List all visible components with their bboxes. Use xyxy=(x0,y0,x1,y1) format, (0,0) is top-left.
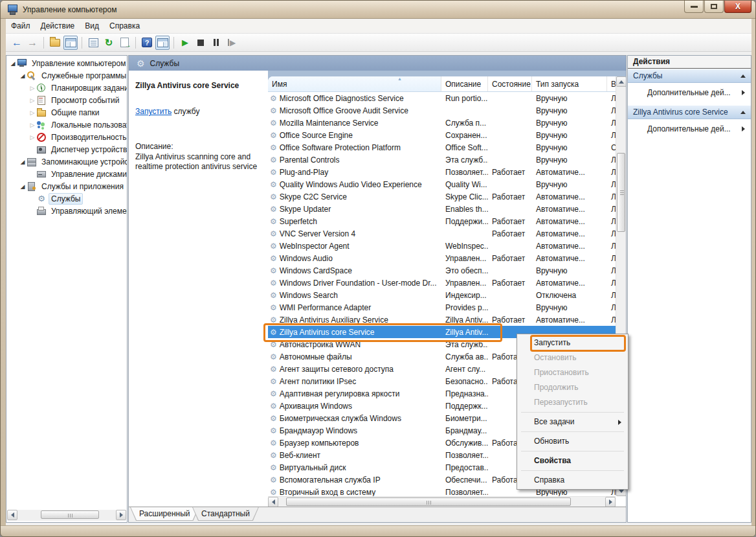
service-name: Zillya Antivirus Auxiliary Service xyxy=(280,315,388,325)
column-header-status[interactable]: Состояние xyxy=(488,76,532,91)
service-gear-icon: ⚙ xyxy=(270,365,277,374)
table-row[interactable]: ⚙Office Software Protection PlatformOffi… xyxy=(268,141,616,154)
tree-item[interactable]: ◢Служебные программы xyxy=(6,69,127,82)
scroll-left-button[interactable] xyxy=(268,497,278,507)
up-one-level-button[interactable] xyxy=(48,36,62,50)
service-gear-icon: ⚙ xyxy=(270,352,277,361)
context-menu-item[interactable]: Обновить xyxy=(517,434,628,449)
tab-standard[interactable]: Стандартный xyxy=(192,507,259,521)
expander-expanded-icon[interactable]: ◢ xyxy=(9,60,17,67)
table-row[interactable]: ⚙Windows SearchИндексир...ОтключенаЛ xyxy=(268,289,616,301)
tree-scroll-thumb[interactable] xyxy=(41,510,99,519)
tree-item[interactable]: ◢Управление компьютером (л xyxy=(6,57,127,69)
start-service-button[interactable]: ▶ xyxy=(178,36,192,50)
table-row[interactable]: ⚙SuperfetchПоддержи...РаботаетАвтоматиче… xyxy=(268,215,616,227)
expander-collapsed-icon[interactable]: ▷ xyxy=(28,122,36,128)
show-console-tree-button[interactable] xyxy=(63,36,78,50)
disks-icon xyxy=(36,169,47,179)
show-action-pane-button[interactable] xyxy=(155,36,170,50)
menu-view[interactable]: Вид xyxy=(80,19,104,33)
list-hscroll-thumb[interactable] xyxy=(286,497,571,506)
tree-item[interactable]: ◢Службы и приложения xyxy=(6,180,127,192)
column-header-startup-type[interactable]: Тип запуска xyxy=(532,76,607,91)
expander-expanded-icon[interactable]: ◢ xyxy=(19,159,27,165)
tree-item[interactable]: ▷Производительность xyxy=(6,131,127,143)
refresh-button[interactable]: ↻ xyxy=(102,36,116,50)
context-menu-item[interactable]: Справка xyxy=(517,473,628,488)
tree-item[interactable]: ◢Запоминающие устройст xyxy=(6,155,127,168)
pause-icon xyxy=(214,39,219,46)
service-gear-icon: ⚙ xyxy=(270,402,277,411)
pause-service-button[interactable] xyxy=(209,36,223,50)
expander-collapsed-icon[interactable]: ▷ xyxy=(28,109,36,116)
help-button[interactable]: ? xyxy=(140,36,154,50)
scroll-right-button[interactable] xyxy=(605,497,616,507)
table-row[interactable]: ⚙Windows AudioУправлен...РаботаетАвтомат… xyxy=(268,252,616,264)
table-row[interactable]: ⚙Mozilla Maintenance ServiceСлужба п...В… xyxy=(268,117,616,129)
context-menu-item[interactable]: Свойства xyxy=(517,453,628,468)
table-row[interactable]: ⚙Quality Windows Audio Video ExperienceQ… xyxy=(268,178,616,190)
scroll-left-button[interactable] xyxy=(7,510,17,520)
tree-item[interactable]: ⚙Службы xyxy=(6,192,127,205)
close-button[interactable]: X xyxy=(724,1,751,13)
forward-button[interactable]: → xyxy=(25,36,39,50)
table-row[interactable]: ⚙Skype UpdaterEnables th...Автоматиче...… xyxy=(268,203,616,215)
tab-extended[interactable]: Расширенный xyxy=(130,507,199,521)
context-menu-item[interactable]: Запустить xyxy=(517,336,628,350)
expander-collapsed-icon[interactable]: ▷ xyxy=(28,85,36,91)
table-row[interactable]: ⚙Plug-and-PlayПозволяет...РаботаетАвтома… xyxy=(268,166,616,178)
expander-expanded-icon[interactable]: ◢ xyxy=(19,183,27,190)
more-actions-services[interactable]: Дополнительные дей... xyxy=(628,86,751,100)
title-bar[interactable]: Управление компьютером X xyxy=(1,1,756,19)
properties-button[interactable] xyxy=(86,36,100,50)
export-list-button[interactable] xyxy=(117,36,131,50)
service-logon: Л xyxy=(607,266,616,275)
menu-action[interactable]: Действие xyxy=(36,19,80,33)
table-row[interactable]: ⚙Microsoft Office Diagnostics ServiceRun… xyxy=(268,92,616,104)
menu-help[interactable]: Справка xyxy=(104,19,145,33)
tree-item[interactable]: Управление дисками xyxy=(6,168,127,180)
tree-item[interactable]: ▷Планировщик заданий xyxy=(6,82,127,94)
column-header-name[interactable]: Имя xyxy=(268,76,441,91)
more-actions-zillya[interactable]: Дополнительные дей... xyxy=(628,122,751,136)
table-row[interactable]: ⚙WebInspector AgentWebInspec...Автоматич… xyxy=(268,240,616,252)
context-menu-item[interactable]: Все задачи xyxy=(517,415,628,429)
table-row[interactable]: ⚙Microsoft Office Groove Audit ServiceВр… xyxy=(268,104,616,117)
restart-service-button[interactable]: ▶ xyxy=(225,36,239,50)
table-row[interactable]: ⚙VNC Server Version 4РаботаетАвтоматиче.… xyxy=(268,227,616,240)
start-service-link[interactable]: Запустить xyxy=(135,107,172,116)
table-row[interactable]: ⚙Parental ControlsЭта служб...ВручнуюЛ xyxy=(268,154,616,166)
table-row[interactable]: ⚙Windows CardSpaceЭто обесп...ВручнуюЛ xyxy=(268,264,616,277)
actions-section-services[interactable]: Службы xyxy=(628,69,751,83)
service-name: Office Source Engine xyxy=(280,131,353,140)
tree-item[interactable]: ▷Общие папки xyxy=(6,106,127,119)
table-row[interactable]: ⚙WMI Performance AdapterProvides p...Вру… xyxy=(268,301,616,314)
list-horizontal-scrollbar[interactable] xyxy=(268,496,616,507)
tree-item[interactable]: Диспетчер устройств xyxy=(6,143,127,155)
table-row[interactable]: ⚙Windows Driver Foundation - User-mode D… xyxy=(268,277,616,289)
scroll-right-button[interactable] xyxy=(116,510,126,520)
menu-file[interactable]: Файл xyxy=(6,19,36,33)
scroll-up-button[interactable] xyxy=(616,76,626,87)
service-startup-type: Автоматиче... xyxy=(532,279,607,288)
actions-section-zillya[interactable]: Zillya Antivirus core Service xyxy=(628,105,751,119)
list-vscroll-thumb[interactable] xyxy=(617,153,625,232)
collapse-icon[interactable] xyxy=(740,111,746,114)
expander-collapsed-icon[interactable]: ▷ xyxy=(28,97,36,104)
tree-item[interactable]: ▷Локальные пользовате xyxy=(6,119,127,131)
expander-collapsed-icon[interactable]: ▷ xyxy=(28,134,36,141)
maximize-button[interactable] xyxy=(704,1,724,13)
tree-horizontal-scrollbar[interactable] xyxy=(7,510,126,521)
minimize-button[interactable] xyxy=(684,1,704,13)
service-gear-icon: ⚙ xyxy=(270,242,277,251)
table-row[interactable]: ⚙Office Source EngineСохранен...ВручнуюЛ xyxy=(268,129,616,141)
expander-expanded-icon[interactable]: ◢ xyxy=(19,73,27,79)
table-row[interactable]: ⚙Zillya Antivirus Auxiliary ServiceZilly… xyxy=(268,314,616,326)
tree-item[interactable]: ▷Просмотр событий xyxy=(6,94,127,106)
column-header-description[interactable]: Описание xyxy=(441,76,488,91)
table-row[interactable]: ⚙Skype C2C ServiceSkype Clic...РаботаетА… xyxy=(268,190,616,203)
back-button[interactable]: ← xyxy=(10,36,24,50)
collapse-icon[interactable] xyxy=(740,74,746,78)
stop-service-button[interactable] xyxy=(194,36,208,50)
tree-item[interactable]: Управляющий элемен xyxy=(6,205,127,217)
